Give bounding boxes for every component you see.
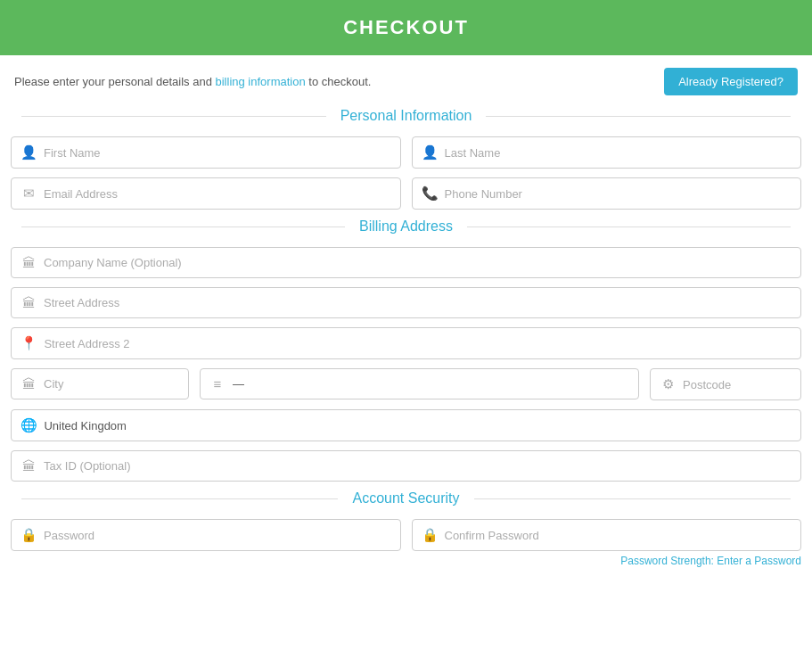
globe-icon: 🌐 — [21, 417, 37, 433]
street1-row: 🏛 — [11, 287, 801, 318]
person-icon: 👤 — [21, 144, 37, 161]
state-icon: ≡ — [209, 376, 226, 391]
email-input[interactable] — [44, 187, 391, 201]
postcode-wrapper: ⚙ — [650, 368, 801, 400]
password-row: 🔒 🔒 Password Strength: Enter a Password — [11, 519, 801, 567]
company-wrapper: 🏛 — [11, 247, 801, 278]
state-wrapper: ≡ — — [200, 368, 639, 399]
street1-wrapper: 🏛 — [11, 287, 801, 318]
street2-row: 📍 — [11, 327, 801, 359]
city-input[interactable] — [44, 377, 179, 391]
postcode-input[interactable] — [683, 378, 791, 391]
state-select[interactable]: — — [233, 377, 629, 391]
lock-icon: 🔒 — [21, 527, 37, 543]
tax-row: 🏛 — [11, 450, 801, 482]
account-security-divider: Account Security — [21, 490, 791, 506]
password-strength: Password Strength: Enter a Password — [412, 555, 802, 567]
already-registered-button[interactable]: Already Registered? — [664, 68, 798, 95]
tax-group: 🏛 — [11, 450, 801, 482]
country-row: 🌐 — [11, 409, 801, 441]
state-group: ≡ — — [200, 368, 639, 400]
billing-link[interactable]: billing information — [215, 75, 305, 88]
street1-input[interactable] — [44, 296, 791, 309]
country-group: 🌐 — [11, 409, 801, 441]
top-bar-description: Please enter your personal details and b… — [14, 75, 371, 88]
first-name-group: 👤 — [11, 136, 401, 169]
confirm-password-group: 🔒 Password Strength: Enter a Password — [412, 519, 802, 567]
company-input[interactable] — [44, 256, 791, 269]
tax-input[interactable] — [44, 459, 791, 473]
email-wrapper: ✉ — [11, 177, 401, 210]
tax-wrapper: 🏛 — [11, 450, 801, 482]
phone-group: 📞 — [412, 177, 802, 210]
city-wrapper: 🏛 — [11, 368, 189, 399]
phone-wrapper: 📞 — [412, 177, 802, 210]
first-name-input[interactable] — [44, 146, 391, 160]
country-input[interactable] — [44, 419, 791, 432]
company-group: 🏛 — [11, 247, 801, 278]
name-row: 👤 👤 — [11, 136, 801, 169]
building-icon: 🏛 — [21, 255, 37, 270]
confirm-password-input[interactable] — [445, 529, 792, 542]
last-name-input[interactable] — [445, 146, 792, 160]
contact-row: ✉ 📞 — [11, 177, 801, 210]
street2-input[interactable] — [44, 337, 791, 350]
city-state-postcode-row: 🏛 ≡ — ⚙ — [11, 368, 801, 400]
street2-group: 📍 — [11, 327, 801, 359]
personal-info-divider: Personal Information — [21, 108, 791, 124]
last-name-group: 👤 — [412, 136, 802, 169]
phone-icon: 📞 — [422, 185, 438, 202]
city-icon: 🏛 — [21, 376, 37, 391]
account-security-section: Account Security 🔒 🔒 Password Strength: … — [0, 490, 812, 567]
billing-address-section: Billing Address 🏛 🏛 📍 🏛 — [0, 218, 812, 482]
last-name-wrapper: 👤 — [412, 136, 802, 169]
country-wrapper: 🌐 — [11, 409, 801, 441]
company-row: 🏛 — [11, 247, 801, 278]
postcode-group: ⚙ — [650, 368, 801, 400]
email-icon: ✉ — [21, 185, 37, 202]
password-group: 🔒 — [11, 519, 401, 567]
phone-input[interactable] — [445, 187, 792, 201]
top-bar: Please enter your personal details and b… — [0, 55, 812, 108]
account-security-title: Account Security — [338, 490, 473, 506]
billing-address-title: Billing Address — [345, 218, 467, 235]
building-icon-2: 🏛 — [21, 295, 37, 310]
email-group: ✉ — [11, 177, 401, 210]
location-icon: 📍 — [21, 335, 37, 351]
confirm-password-wrapper: 🔒 — [412, 519, 802, 551]
street1-group: 🏛 — [11, 287, 801, 318]
tax-icon: 🏛 — [21, 458, 37, 473]
first-name-wrapper: 👤 — [11, 136, 401, 169]
street2-wrapper: 📍 — [11, 327, 801, 359]
city-group: 🏛 — [11, 368, 189, 400]
settings-icon: ⚙ — [660, 376, 676, 392]
person-icon-2: 👤 — [422, 144, 438, 161]
lock-icon-2: 🔒 — [422, 527, 438, 543]
personal-information-section: Personal Information 👤 👤 ✉ 📞 — [0, 108, 812, 210]
billing-address-divider: Billing Address — [21, 218, 791, 235]
password-wrapper: 🔒 — [11, 519, 401, 551]
checkout-title: CHECKOUT — [343, 16, 469, 38]
password-input[interactable] — [44, 529, 391, 542]
checkout-header: CHECKOUT — [0, 0, 812, 55]
personal-info-title: Personal Information — [326, 108, 487, 124]
